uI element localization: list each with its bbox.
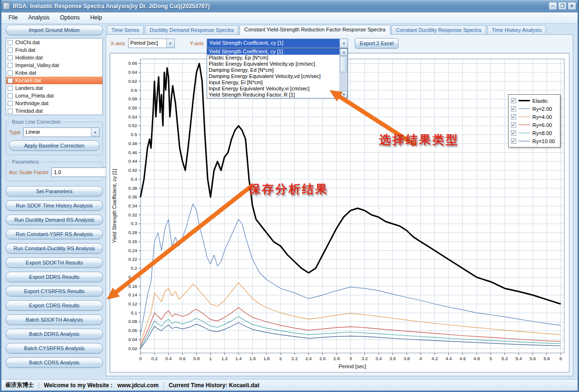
svg-text:0.1: 0.1 bbox=[131, 310, 137, 315]
dropdown-scrollbar[interactable]: ▲ ▼ bbox=[339, 49, 348, 98]
checkbox[interactable] bbox=[8, 93, 13, 98]
legend-item[interactable]: ✓Ry=10.00 bbox=[511, 137, 558, 145]
checkbox[interactable]: ✓ bbox=[511, 98, 516, 103]
action-button[interactable]: Batch CDRS Analysis bbox=[6, 357, 103, 368]
tab-time-history-analysis[interactable]: Time History Analysis bbox=[487, 25, 547, 35]
import-ground-motion-button[interactable]: Import Ground Motion bbox=[6, 25, 103, 35]
baseline-type-combobox[interactable]: Linear ▼ bbox=[23, 127, 100, 137]
action-button[interactable]: Run Constant-YSRF RS Analysis bbox=[6, 229, 103, 239]
file-list-item[interactable]: Landers.dat bbox=[6, 84, 102, 92]
scroll-up-icon[interactable]: ▲ bbox=[340, 49, 348, 56]
titlebar[interactable]: IRSA: Inelastic Response Spectra Analysi… bbox=[0, 0, 579, 12]
dropdown-item[interactable]: Input Energy, Ei [N*cm] bbox=[207, 79, 339, 86]
svg-text:2.8: 2.8 bbox=[333, 356, 339, 361]
tab-ductility-demand-response-spectra[interactable]: Ductility Demand Response Spectra bbox=[145, 25, 239, 35]
tab-constant-yield-strength-reduction-factor[interactable]: Constant Yield-Strength Reduction Factor… bbox=[240, 25, 390, 35]
scroll-down-icon[interactable]: ▼ bbox=[340, 91, 348, 98]
checkbox[interactable] bbox=[8, 48, 13, 53]
tab-constant-ductility-response-spectra[interactable]: Constant Ductility Response Spectra bbox=[391, 25, 486, 35]
svg-text:0.5: 0.5 bbox=[131, 132, 137, 137]
action-button[interactable]: Export CDRS Results bbox=[6, 300, 103, 311]
checkbox[interactable] bbox=[8, 70, 13, 76]
scrollbar-track[interactable] bbox=[340, 56, 348, 91]
checkbox[interactable] bbox=[8, 55, 13, 60]
file-label: ChiChi.dat bbox=[15, 39, 40, 45]
acc-scale-factor-label: Acc Scale Factor bbox=[9, 169, 49, 175]
scrollbar-thumb[interactable] bbox=[340, 56, 347, 72]
minimize-button[interactable]: ─ bbox=[549, 2, 557, 10]
ground-motion-file-list[interactable]: ChiChi.datFriuli.datHollister.datImperia… bbox=[6, 38, 103, 115]
dropdown-item[interactable]: Yield Strength Coefficient, cy [1] bbox=[207, 49, 339, 55]
file-label: Imperial_Valley.dat bbox=[15, 62, 59, 68]
file-list-item[interactable]: Loma_Prieta.dat bbox=[6, 92, 102, 99]
action-button[interactable]: Batch CYSRFRS Analysis bbox=[6, 343, 103, 353]
y-axis-combobox[interactable]: Yield Strength Coefficient, cy [1] ▼ bbox=[207, 39, 348, 48]
chevron-down-icon[interactable]: ▼ bbox=[91, 128, 99, 137]
action-button[interactable]: Batch DDRS Analysis bbox=[6, 329, 103, 339]
file-list-item[interactable]: Trinidad.dat bbox=[6, 107, 102, 115]
apply-baseline-correction-button[interactable]: Apply Baseline Correction bbox=[9, 140, 100, 151]
action-button[interactable]: Set Parameters bbox=[6, 186, 103, 196]
statusbar: 崔济东博士Welcome to my Website :www.jdcui.co… bbox=[1, 379, 578, 391]
file-list-item[interactable]: Kobe.dat bbox=[6, 69, 102, 77]
checkbox[interactable]: ✓ bbox=[511, 122, 516, 127]
checkbox[interactable]: ✓ bbox=[511, 138, 516, 144]
action-button[interactable]: Export SDOFTH Results bbox=[6, 257, 103, 268]
y-axis-dropdown-list[interactable]: Yield Strength Coefficient, cy [1]Plasti… bbox=[207, 48, 348, 98]
menu-file[interactable]: File bbox=[3, 12, 23, 23]
svg-text:0.6: 0.6 bbox=[180, 356, 186, 361]
legend-item[interactable]: ✓Ry=4.00 bbox=[511, 113, 558, 121]
dropdown-item[interactable]: Damping Energy Equivalent Velocity,vd [c… bbox=[207, 73, 339, 79]
export-2-excel-button[interactable]: Export 2 Excel bbox=[355, 38, 399, 49]
legend-item[interactable]: ✓Elastic bbox=[511, 97, 558, 105]
checkbox[interactable]: ✓ bbox=[511, 114, 516, 119]
svg-text:1.8: 1.8 bbox=[263, 356, 270, 361]
checkbox[interactable] bbox=[8, 101, 13, 106]
menu-options[interactable]: Options bbox=[55, 12, 85, 23]
dropdown-items: Yield Strength Coefficient, cy [1]Plasti… bbox=[207, 49, 339, 98]
menu-analysis[interactable]: Analysis bbox=[23, 12, 55, 23]
checkbox[interactable] bbox=[8, 40, 13, 45]
checkbox[interactable] bbox=[8, 108, 13, 114]
action-button[interactable]: Run Constant-Ductility RS Analysis bbox=[6, 243, 103, 254]
file-list-item[interactable]: Northridge.dat bbox=[6, 99, 102, 107]
dropdown-item[interactable]: Plastic Energy, Ep [N*cm] bbox=[207, 55, 339, 61]
action-button[interactable]: Run Ductility Demand RS Analysis bbox=[6, 215, 103, 225]
menu-help[interactable]: Help bbox=[85, 12, 107, 23]
checkbox[interactable] bbox=[8, 63, 13, 68]
checkbox[interactable] bbox=[8, 78, 13, 83]
legend-line-sample bbox=[519, 141, 530, 141]
legend-item[interactable]: ✓Ry=2.00 bbox=[511, 105, 558, 113]
dropdown-item[interactable]: Yield Strength Reducing Factor, R [1] bbox=[207, 92, 339, 98]
chevron-down-icon[interactable]: ▼ bbox=[339, 39, 348, 48]
file-list-item[interactable]: Imperial_Valley.dat bbox=[6, 61, 102, 69]
svg-text:5.8: 5.8 bbox=[544, 356, 550, 361]
maximize-button[interactable]: ❐ bbox=[558, 2, 567, 10]
x-axis-combobox[interactable]: Period [sec] ▼ bbox=[128, 39, 175, 48]
svg-text:0.14: 0.14 bbox=[129, 292, 138, 297]
statusbar-website-link[interactable]: www.jdcui.com bbox=[117, 382, 159, 389]
checkbox[interactable]: ✓ bbox=[511, 130, 516, 136]
action-button[interactable]: Export CYSRFRS Results bbox=[6, 286, 103, 296]
file-list-item[interactable]: Hollister.dat bbox=[6, 54, 102, 61]
svg-text:1.2: 1.2 bbox=[221, 356, 228, 361]
legend-item[interactable]: ✓Ry=8.00 bbox=[511, 129, 558, 137]
action-button[interactable]: Run SDOF Time History Analysis bbox=[6, 200, 103, 211]
action-button[interactable]: Batch SDOFTH Analysis bbox=[6, 314, 103, 325]
legend-item[interactable]: ✓Ry=6.00 bbox=[511, 121, 558, 129]
close-button[interactable]: ✕ bbox=[568, 2, 576, 10]
file-label: Kocaeli.dat bbox=[15, 78, 41, 83]
file-list-item[interactable]: ChiChi.dat bbox=[6, 39, 102, 46]
tab-time-series[interactable]: Time Series bbox=[107, 25, 144, 35]
dropdown-item[interactable]: Plastic Energy Equivalent Velocity,vp [c… bbox=[207, 61, 339, 67]
svg-text:0.2: 0.2 bbox=[131, 265, 137, 271]
dropdown-item[interactable]: Input Energy Equivalent Velocity,vi [cm/… bbox=[207, 86, 339, 92]
svg-text:4.6: 4.6 bbox=[459, 356, 466, 361]
checkbox[interactable]: ✓ bbox=[511, 106, 516, 111]
file-list-item[interactable]: Kocaeli.dat bbox=[6, 77, 102, 84]
action-button[interactable]: Export DDRS Results bbox=[6, 272, 103, 282]
checkbox[interactable] bbox=[8, 86, 13, 91]
file-list-item[interactable]: Friuli.dat bbox=[6, 46, 102, 54]
dropdown-item[interactable]: Damping Energy, Ed [N*cm] bbox=[207, 67, 339, 73]
chevron-down-icon[interactable]: ▼ bbox=[166, 39, 174, 48]
